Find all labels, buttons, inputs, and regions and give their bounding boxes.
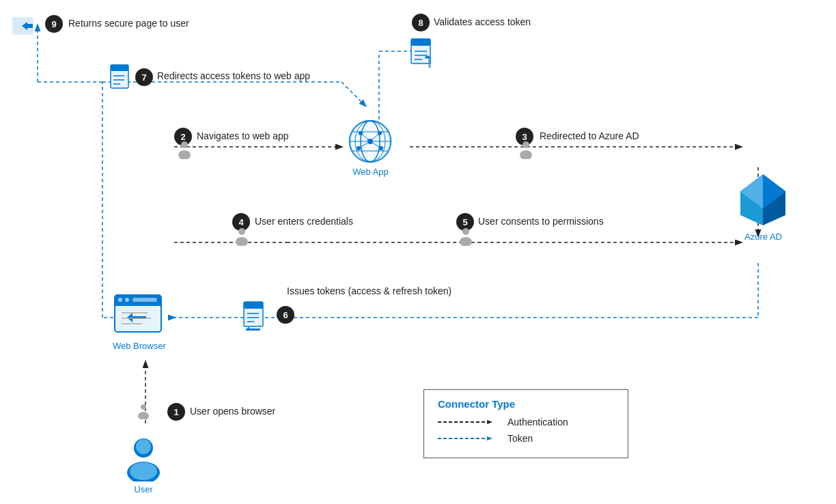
svg-point-35 <box>520 150 532 159</box>
web-browser-label: Web Browser <box>113 341 166 351</box>
legend-auth-line <box>438 421 499 423</box>
legend-title: Connector Type <box>438 398 614 410</box>
token-doc-8-icon <box>410 38 436 68</box>
svg-point-32 <box>181 141 188 148</box>
svg-marker-66 <box>245 326 249 331</box>
svg-point-79 <box>141 404 146 410</box>
web-app-label: Web App <box>352 167 389 177</box>
diagram-container: 9 Returns secure page to user 8 Validate… <box>0 0 836 504</box>
step-6-badge: 6 <box>277 306 294 324</box>
svg-line-13 <box>342 82 365 106</box>
svg-rect-62 <box>244 302 263 309</box>
svg-point-84 <box>130 462 157 480</box>
legend-token-label: Token <box>507 433 533 444</box>
step-8-label: Validates access token <box>434 16 531 27</box>
web-browser-icon: Web Browser <box>113 294 166 351</box>
svg-rect-22 <box>411 39 430 46</box>
svg-point-33 <box>178 150 191 159</box>
svg-rect-73 <box>133 298 157 302</box>
svg-point-71 <box>118 298 122 302</box>
return-arrow-icon <box>12 15 38 40</box>
svg-point-52 <box>238 228 245 235</box>
azure-ad-icon: Azure AD <box>738 171 789 242</box>
legend-token-item: Token <box>438 433 614 444</box>
svg-point-80 <box>138 412 149 419</box>
token-doc-7-icon <box>109 64 133 91</box>
step-4-person <box>234 227 250 249</box>
svg-rect-67 <box>249 328 260 331</box>
token-doc-6-icon <box>242 300 268 331</box>
step-6-label: Issues tokens (access & refresh token) <box>287 285 451 296</box>
legend-auth-label: Authentication <box>507 417 568 428</box>
step-4-label: User enters credentials <box>255 216 353 227</box>
svg-point-54 <box>462 228 469 235</box>
svg-rect-20 <box>26 24 33 28</box>
svg-point-55 <box>460 237 472 246</box>
azure-ad-label: Azure AD <box>744 232 782 242</box>
step-3-label: Redirected to Azure AD <box>540 130 639 141</box>
step-7-label: Redirects access tokens to web app <box>157 70 310 81</box>
svg-rect-28 <box>111 65 128 71</box>
user-label: User <box>134 484 152 494</box>
svg-point-53 <box>236 237 248 246</box>
step-2-label: Navigates to web app <box>197 130 289 141</box>
legend-auth-item: Authentication <box>438 417 614 428</box>
step-9-label: Returns secure page to user <box>68 18 189 29</box>
svg-point-72 <box>125 298 129 302</box>
step-5-label: User consents to permissions <box>478 216 604 227</box>
svg-marker-88 <box>487 436 492 440</box>
legend-token-line <box>438 438 499 439</box>
step-8-badge: 8 <box>412 14 430 31</box>
svg-marker-86 <box>487 420 492 424</box>
step-1-label: User opens browser <box>190 406 275 417</box>
svg-point-83 <box>136 439 151 454</box>
step-1-badge: 1 <box>167 403 185 421</box>
step-3-person <box>518 140 534 162</box>
web-app-icon: Web App <box>348 120 393 177</box>
svg-point-34 <box>522 141 529 148</box>
step-5-person <box>458 227 474 249</box>
step-1-person <box>137 403 150 422</box>
step-2-person <box>176 140 193 162</box>
user-icon: User <box>123 437 164 494</box>
step-7-badge: 7 <box>135 68 153 86</box>
step-9-badge: 9 <box>45 15 63 33</box>
legend-box: Connector Type Authentication Token <box>423 389 628 458</box>
